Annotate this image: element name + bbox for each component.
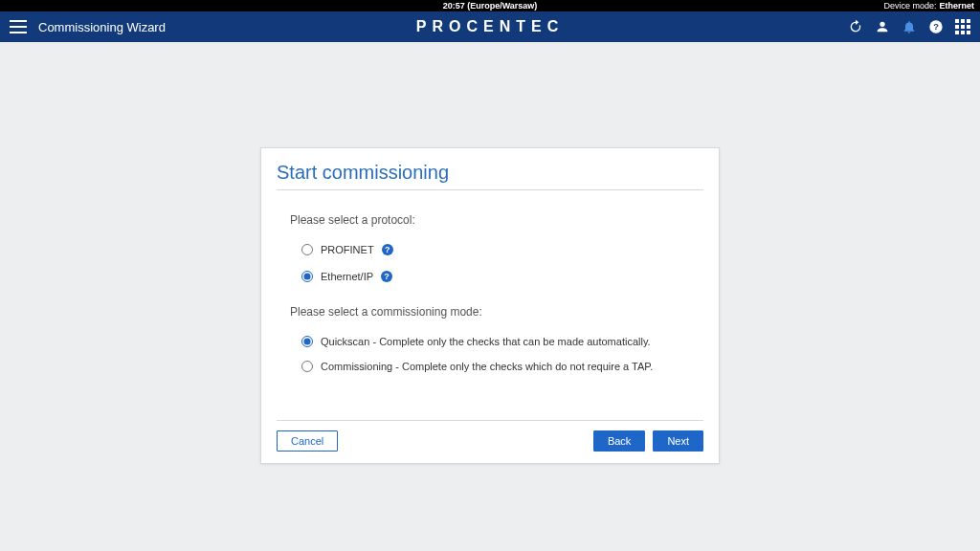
cancel-button[interactable]: Cancel (277, 430, 338, 452)
protocol-option-profinet[interactable]: PROFINET ? (301, 244, 703, 255)
radio-label: PROFINET (321, 244, 374, 255)
divider (277, 189, 703, 190)
menu-icon[interactable] (10, 20, 27, 33)
radio-label: Ethernet/IP (321, 271, 373, 282)
help-icon[interactable]: ? (381, 271, 392, 282)
mode-section-label: Please select a commissioning mode: (290, 305, 703, 319)
svg-text:?: ? (933, 22, 939, 32)
content-area: Start commissioning Please select a prot… (0, 42, 980, 551)
device-mode: Device mode: Ethernet (883, 0, 974, 11)
device-mode-value: Ethernet (939, 0, 974, 11)
top-status-bar: 20:57 (Europe/Warsaw) Device mode: Ether… (0, 0, 980, 11)
card-footer: Cancel Back Next (277, 420, 703, 452)
radio-label: Quickscan - Complete only the checks tha… (321, 336, 651, 347)
navbar: Commissioning Wizard PROCENTEC ? (0, 11, 980, 42)
page-title: Commissioning Wizard (38, 20, 166, 34)
brand-logo: PROCENTEC (416, 18, 564, 35)
mode-option-commissioning[interactable]: Commissioning - Complete only the checks… (301, 361, 703, 372)
refresh-icon[interactable] (848, 19, 863, 34)
protocol-section-label: Please select a protocol: (290, 213, 703, 227)
device-mode-label: Device mode: (883, 0, 936, 11)
back-button[interactable]: Back (593, 430, 645, 452)
nav-icons: ? (848, 19, 970, 34)
card-heading: Start commissioning (277, 162, 703, 184)
radio-profinet[interactable] (301, 244, 313, 255)
bell-icon[interactable] (902, 19, 917, 34)
help-icon[interactable]: ? (382, 244, 393, 255)
user-icon[interactable] (875, 19, 890, 34)
radio-commissioning[interactable] (301, 361, 313, 372)
radio-ethernetip[interactable] (301, 271, 313, 282)
clock-text: 20:57 (Europe/Warsaw) (443, 0, 538, 11)
radio-quickscan[interactable] (301, 336, 313, 347)
apps-icon[interactable] (955, 19, 970, 34)
protocol-option-ethernetip[interactable]: Ethernet/IP ? (301, 271, 703, 282)
radio-label: Commissioning - Complete only the checks… (321, 361, 653, 372)
mode-option-quickscan[interactable]: Quickscan - Complete only the checks tha… (301, 336, 703, 347)
next-button[interactable]: Next (653, 430, 703, 452)
help-icon[interactable]: ? (928, 19, 944, 34)
wizard-card: Start commissioning Please select a prot… (260, 147, 720, 464)
